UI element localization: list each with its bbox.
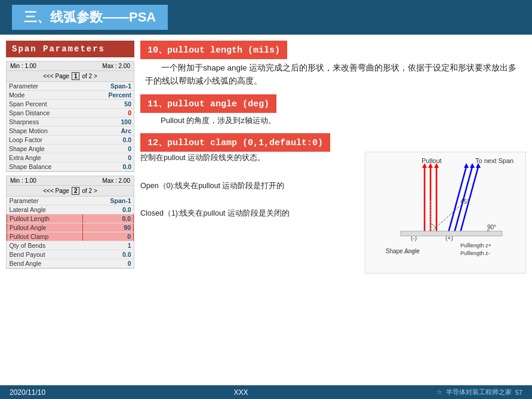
table1-page-row: <<< Page 1 of 2 > — [7, 71, 134, 82]
table2-value-cell: 90 — [83, 223, 134, 232]
table2-max: Max : 2.00 — [102, 177, 130, 184]
svg-text:90°: 90° — [487, 224, 496, 231]
left-panel: Span Parameters Min : 1.00 Max : 2.00 <<… — [6, 41, 134, 379]
table2-param-cell: Lateral Angle — [7, 205, 83, 214]
svg-text:45°: 45° — [460, 198, 469, 205]
table1-value-cell: 0 — [83, 154, 134, 162]
slide-title: 三、线弧参数——PSA — [24, 10, 156, 24]
table1-header-row: Min : 1.00 Max : 2.00 — [7, 62, 134, 71]
section11-header: 11、pullout angle (deg) — [140, 94, 276, 113]
param-table-1-content: Parameter Span-1 ModePercentSpan Percent… — [7, 82, 134, 171]
svg-text:Pulllength z-: Pulllength z- — [460, 250, 490, 256]
table2-value-cell: 0.0 — [83, 214, 134, 223]
table2-value-cell: 0.0 — [83, 205, 134, 214]
table2-value-cell: 0.0 — [83, 250, 134, 259]
table2-value-cell: 1 — [83, 241, 134, 250]
table1-param-cell: Shape Angle — [7, 145, 83, 154]
table2-param-cell: Pullout Clamp — [7, 232, 83, 241]
table2-value-cell: 0 — [83, 259, 134, 268]
footer-subtitle: XXX — [233, 388, 248, 397]
section-12: 12、pullout clamp (0,1,default:0) 控制在pull… — [140, 133, 526, 274]
right-panel: 10、pullout length (mils) 一个附加于shape angl… — [140, 41, 526, 379]
table2-page-num: 2 — [72, 187, 80, 195]
table1-param-cell: Mode — [7, 91, 83, 100]
table2-page-of: of 2 > — [82, 188, 97, 194]
param-table-2: Min : 1.00 Max : 2.00 <<< Page 2 of 2 > … — [6, 176, 134, 269]
table1-page-num: 1 — [72, 72, 80, 80]
section12-text2: Open（0):线夹在pullout 运动阶段是打开的 — [140, 180, 359, 192]
col2-span1: Span-1 — [83, 197, 134, 205]
slide-container: 三、线弧参数——PSA Span Parameters Min : 1.00 M… — [0, 0, 532, 399]
section11-text: Pullout 的角度，涉及到z轴运动。 — [140, 113, 526, 128]
table1-page-nav: <<< Page — [43, 73, 69, 79]
table1-page-of: of 2 > — [82, 73, 97, 79]
table1-max: Max : 2.00 — [102, 63, 130, 69]
svg-rect-24 — [401, 231, 502, 236]
pullout-diagram: Pullout To next Span — [365, 152, 526, 274]
param-table-1: Min : 1.00 Max : 2.00 <<< Page 1 of 2 > … — [6, 61, 134, 172]
section12-content: 控制在pullout 运动阶段线夹的状态。 Open（0):线夹在pullout… — [140, 152, 526, 274]
table1-param-cell: Extra Angle — [7, 154, 83, 162]
table2-value-cell: 0 — [83, 232, 134, 241]
section12-text-block: 控制在pullout 运动阶段线夹的状态。 Open（0):线夹在pullout… — [140, 152, 359, 222]
section12-text3: Closed（1):线夹在pullout 运动阶段是关闭的 — [140, 207, 359, 220]
section12-text1: 控制在pullout 运动阶段线夹的状态。 — [140, 152, 359, 164]
table2-page-row: <<< Page 2 of 2 > — [7, 186, 134, 197]
table1-value-cell: 50 — [83, 100, 134, 109]
pullout-svg: Pullout To next Span — [368, 155, 523, 268]
col2-param: Parameter — [7, 197, 83, 205]
footer-page-num: 57 — [515, 389, 522, 396]
table2-header-row: Min : 1.00 Max : 2.00 — [7, 176, 134, 186]
table2-page-nav: <<< Page — [43, 188, 69, 194]
svg-text:Pulllength z+: Pulllength z+ — [460, 243, 491, 248]
slide-footer: 2020/11/10 XXX ☆ 半导体封装工程师之家 57 — [0, 385, 532, 399]
span-params-title: Span Parameters — [6, 41, 134, 57]
slide-body: Span Parameters Min : 1.00 Max : 2.00 <<… — [0, 35, 532, 385]
table2-param-cell: Pullout Length — [7, 214, 83, 223]
watermark-text: 半导体封装工程师之家 — [446, 388, 512, 397]
section12-header: 12、pullout clamp (0,1,default:0) — [140, 133, 330, 152]
title-box: 三、线弧参数——PSA — [12, 5, 168, 30]
slide-header: 三、线弧参数——PSA — [0, 0, 532, 35]
footer-watermark: ☆ 半导体封装工程师之家 57 — [436, 388, 522, 397]
table1-min: Min : 1.00 — [10, 63, 36, 69]
table1-value-cell: 0.0 — [83, 162, 134, 171]
svg-nextspan-label: To next Span — [475, 157, 513, 164]
col-span1: Span-1 — [83, 82, 134, 91]
table1-value-cell: Percent — [83, 91, 134, 100]
section-11: 11、pullout angle (deg) Pullout 的角度，涉及到z轴… — [140, 94, 526, 128]
table1-param-cell: Span Percent — [7, 100, 83, 109]
table2-min: Min : 1.00 — [10, 177, 36, 184]
table1-param-cell: Sharpness — [7, 118, 83, 127]
table1-param-cell: Span Distance — [7, 109, 83, 118]
table1-param-cell: Shape Balance — [7, 162, 83, 171]
table1-value-cell: 100 — [83, 118, 134, 127]
section-10: 10、pullout length (mils) 一个附加于shape angl… — [140, 41, 526, 90]
section10-text: 一个附加于shape angle 运动完成之后的形状，来改善弯曲的形状，依据于设… — [140, 59, 526, 90]
table2-param-cell: Pullout Angle — [7, 223, 83, 232]
table1-value-cell: 0 — [83, 109, 134, 118]
section10-header: 10、pullout length (mils) — [140, 41, 287, 59]
param-table-2-content: Parameter Span-1 Lateral Angle0.0Pullout… — [7, 197, 134, 268]
svg-marker-9 — [464, 163, 469, 168]
footer-date: 2020/11/10 — [10, 388, 45, 397]
svg-marker-10 — [470, 163, 475, 168]
table1-value-cell: 0.0 — [83, 136, 134, 145]
table1-param-cell: Shape Motion — [7, 127, 83, 136]
table2-param-cell: Bend Payout — [7, 250, 83, 259]
table2-param-cell: Qty of Bends — [7, 241, 83, 250]
table1-value-cell: 0 — [83, 145, 134, 154]
watermark-icon: ☆ — [436, 388, 442, 396]
table1-param-cell: Loop Factor — [7, 136, 83, 145]
table2-param-cell: Bend Angle — [7, 259, 83, 268]
col-param: Parameter — [7, 82, 83, 91]
table1-value-cell: Arc — [83, 127, 134, 136]
